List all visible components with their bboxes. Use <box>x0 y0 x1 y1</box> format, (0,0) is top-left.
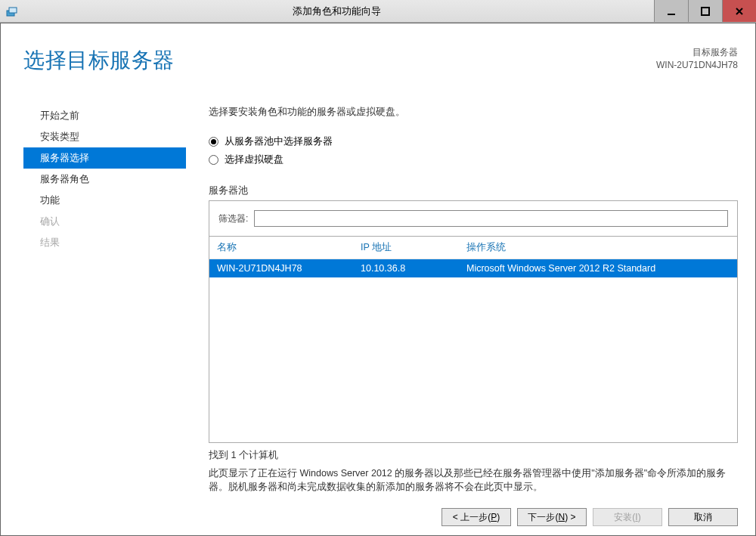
cell-name: WIN-2U71DN4JH78 <box>217 263 361 274</box>
sidebar-item-server-roles[interactable]: 服务器角色 <box>23 169 186 190</box>
sidebar-item-installation-type[interactable]: 安装类型 <box>23 126 186 147</box>
grid-header: 名称 IP 地址 操作系统 <box>209 237 737 259</box>
grid-body: WIN-2U71DN4JH78 10.10.36.8 Microsoft Win… <box>209 259 737 442</box>
footer-buttons: < 上一步(P) 下一步(N) > 安装(I) 取消 <box>23 508 738 526</box>
minimize-button[interactable] <box>654 0 688 22</box>
column-header-name[interactable]: 名称 <box>217 241 361 254</box>
cell-ip: 10.10.36.8 <box>361 263 466 274</box>
filter-label: 筛选器: <box>218 212 248 225</box>
main-pane: 选择要安装角色和功能的服务器或虚拟硬盘。 从服务器池中选择服务器 选择虚拟硬盘 … <box>186 105 738 494</box>
radio-label: 选择虚拟硬盘 <box>225 153 284 166</box>
window-buttons <box>654 0 756 22</box>
install-button: 安装(I) <box>593 508 662 526</box>
sidebar-item-before-you-begin[interactable]: 开始之前 <box>23 105 186 126</box>
column-header-os[interactable]: 操作系统 <box>466 241 730 254</box>
column-header-ip[interactable]: IP 地址 <box>361 241 466 254</box>
wizard-body: 选择目标服务器 目标服务器 WIN-2U71DN4JH78 开始之前 安装类型 … <box>0 23 756 536</box>
instruction-text: 选择要安装角色和功能的服务器或虚拟硬盘。 <box>209 105 738 119</box>
cancel-button[interactable]: 取消 <box>668 508 738 526</box>
filter-row: 筛选器: <box>209 200 738 236</box>
radio-label: 从服务器池中选择服务器 <box>225 135 333 148</box>
filter-input[interactable] <box>254 210 728 227</box>
svg-rect-3 <box>702 8 709 15</box>
titlebar: 添加角色和功能向导 <box>0 0 756 23</box>
server-pool-label: 服务器池 <box>209 184 738 197</box>
svg-rect-2 <box>668 14 675 15</box>
radio-icon <box>209 137 218 147</box>
radio-option-vhd[interactable]: 选择虚拟硬盘 <box>209 150 738 169</box>
app-icon <box>5 4 20 19</box>
close-button[interactable] <box>722 0 756 22</box>
radio-icon <box>209 155 218 165</box>
sidebar-item-results: 结果 <box>23 232 186 253</box>
server-grid: 名称 IP 地址 操作系统 WIN-2U71DN4JH78 10.10.36.8… <box>209 236 738 443</box>
previous-button[interactable]: < 上一步(P) <box>442 508 511 526</box>
header-row: 选择目标服务器 目标服务器 WIN-2U71DN4JH78 <box>23 46 738 91</box>
cell-os: Microsoft Windows Server 2012 R2 Standar… <box>466 263 730 274</box>
radio-option-server-pool[interactable]: 从服务器池中选择服务器 <box>209 132 738 150</box>
main-row: 开始之前 安装类型 服务器选择 服务器角色 功能 确认 结果 选择要安装角色和功… <box>23 105 738 494</box>
description-text: 此页显示了正在运行 Windows Server 2012 的服务器以及那些已经… <box>209 466 738 495</box>
sidebar-item-server-selection[interactable]: 服务器选择 <box>23 147 186 169</box>
maximize-button[interactable] <box>688 0 722 22</box>
sidebar-item-confirmation: 确认 <box>23 211 186 232</box>
page-title: 选择目标服务器 <box>23 46 175 75</box>
destination-label: 目标服务器 <box>656 46 738 59</box>
sidebar-item-features[interactable]: 功能 <box>23 190 186 211</box>
found-count: 找到 1 个计算机 <box>209 449 738 462</box>
svg-rect-1 <box>9 8 17 13</box>
window-title: 添加角色和功能向导 <box>20 5 654 18</box>
sidebar: 开始之前 安装类型 服务器选择 服务器角色 功能 确认 结果 <box>23 105 186 494</box>
destination-server: WIN-2U71DN4JH78 <box>656 59 738 72</box>
next-button[interactable]: 下一步(N) > <box>517 508 587 526</box>
table-row[interactable]: WIN-2U71DN4JH78 10.10.36.8 Microsoft Win… <box>209 259 737 277</box>
destination-box: 目标服务器 WIN-2U71DN4JH78 <box>656 46 738 72</box>
